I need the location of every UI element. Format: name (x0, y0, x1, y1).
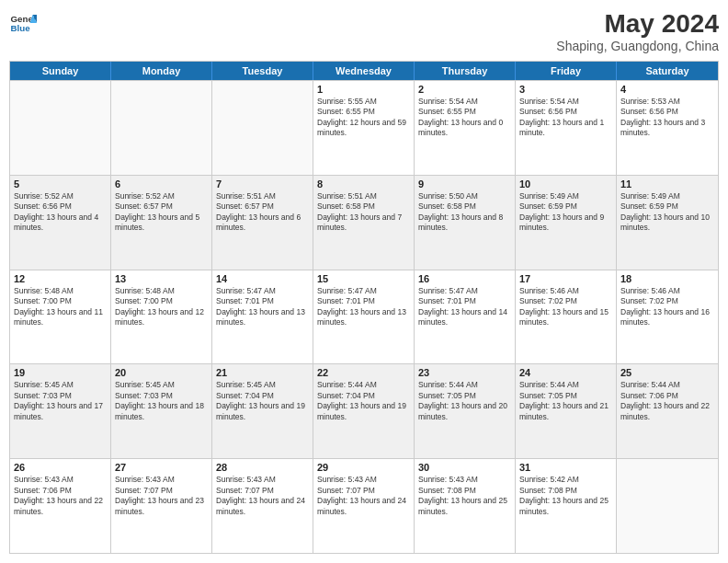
day-cell-17: 17Sunrise: 5:46 AMSunset: 7:02 PMDayligh… (516, 270, 617, 364)
day-cell-18: 18Sunrise: 5:46 AMSunset: 7:02 PMDayligh… (617, 270, 718, 364)
day-cell-7: 7Sunrise: 5:51 AMSunset: 6:57 PMDaylight… (212, 176, 313, 270)
calendar-row-1: 1Sunrise: 5:55 AMSunset: 6:55 PMDaylight… (10, 80, 718, 175)
header-cell-sunday: Sunday (10, 62, 111, 80)
day-cell-24: 24Sunrise: 5:44 AMSunset: 7:05 PMDayligh… (516, 364, 617, 458)
day-info: Sunrise: 5:46 AMSunset: 7:02 PMDaylight:… (620, 286, 714, 328)
header-cell-thursday: Thursday (415, 62, 516, 80)
day-info: Sunrise: 5:47 AMSunset: 7:01 PMDaylight:… (317, 286, 410, 328)
day-cell-16: 16Sunrise: 5:47 AMSunset: 7:01 PMDayligh… (415, 270, 516, 364)
day-number: 31 (519, 462, 612, 473)
logo-icon: General Blue (9, 9, 37, 37)
svg-text:Blue: Blue (11, 23, 31, 33)
day-number: 7 (216, 178, 309, 190)
calendar-row-3: 12Sunrise: 5:48 AMSunset: 7:00 PMDayligh… (10, 270, 718, 364)
header-cell-monday: Monday (111, 62, 212, 80)
day-info: Sunrise: 5:44 AMSunset: 7:05 PMDaylight:… (418, 380, 511, 422)
calendar: SundayMondayTuesdayWednesdayThursdayFrid… (9, 61, 719, 554)
day-info: Sunrise: 5:51 AMSunset: 6:57 PMDaylight:… (216, 191, 309, 234)
day-number: 1 (317, 84, 410, 95)
calendar-header: SundayMondayTuesdayWednesdayThursdayFrid… (10, 62, 718, 80)
day-cell-31: 31Sunrise: 5:42 AMSunset: 7:08 PMDayligh… (516, 459, 617, 553)
calendar-row-5: 26Sunrise: 5:43 AMSunset: 7:06 PMDayligh… (10, 458, 718, 553)
day-info: Sunrise: 5:51 AMSunset: 6:58 PMDaylight:… (317, 191, 410, 234)
day-cell-3: 3Sunrise: 5:54 AMSunset: 6:56 PMDaylight… (516, 81, 617, 175)
day-cell-26: 26Sunrise: 5:43 AMSunset: 7:06 PMDayligh… (10, 459, 111, 553)
day-number: 8 (317, 178, 410, 190)
day-number: 21 (216, 367, 309, 378)
day-number: 14 (216, 273, 309, 284)
day-info: Sunrise: 5:48 AMSunset: 7:00 PMDaylight:… (115, 286, 208, 328)
day-number: 19 (14, 367, 107, 378)
day-number: 28 (216, 462, 309, 473)
day-number: 12 (14, 273, 107, 284)
day-number: 30 (418, 462, 511, 473)
calendar-row-2: 5Sunrise: 5:52 AMSunset: 6:56 PMDaylight… (10, 175, 718, 270)
day-number: 9 (418, 178, 511, 190)
day-number: 16 (418, 273, 511, 284)
day-cell-29: 29Sunrise: 5:43 AMSunset: 7:07 PMDayligh… (313, 459, 415, 553)
header-cell-tuesday: Tuesday (212, 62, 313, 80)
day-number: 17 (519, 273, 612, 284)
day-cell-2: 2Sunrise: 5:54 AMSunset: 6:55 PMDaylight… (415, 81, 516, 175)
day-number: 23 (418, 367, 511, 378)
day-number: 24 (519, 367, 612, 378)
header-cell-friday: Friday (516, 62, 617, 80)
day-cell-10: 10Sunrise: 5:49 AMSunset: 6:59 PMDayligh… (516, 176, 617, 270)
day-cell-12: 12Sunrise: 5:48 AMSunset: 7:00 PMDayligh… (10, 270, 111, 364)
day-info: Sunrise: 5:49 AMSunset: 6:59 PMDaylight:… (620, 191, 714, 234)
day-cell-5: 5Sunrise: 5:52 AMSunset: 6:56 PMDaylight… (10, 176, 111, 270)
day-number: 20 (115, 367, 208, 378)
day-number: 6 (115, 178, 208, 190)
day-cell-30: 30Sunrise: 5:43 AMSunset: 7:08 PMDayligh… (415, 459, 516, 553)
day-cell-25: 25Sunrise: 5:44 AMSunset: 7:06 PMDayligh… (617, 364, 718, 458)
day-number: 29 (317, 462, 410, 473)
day-number: 2 (418, 84, 511, 95)
day-cell-11: 11Sunrise: 5:49 AMSunset: 6:59 PMDayligh… (617, 176, 718, 270)
empty-cell (111, 81, 212, 175)
day-info: Sunrise: 5:44 AMSunset: 7:04 PMDaylight:… (317, 380, 410, 422)
location-title: Shaping, Guangdong, China (556, 39, 719, 53)
day-number: 22 (317, 367, 410, 378)
day-cell-9: 9Sunrise: 5:50 AMSunset: 6:58 PMDaylight… (415, 176, 516, 270)
day-info: Sunrise: 5:55 AMSunset: 6:55 PMDaylight:… (317, 97, 410, 139)
day-info: Sunrise: 5:49 AMSunset: 6:59 PMDaylight:… (519, 191, 612, 234)
day-cell-14: 14Sunrise: 5:47 AMSunset: 7:01 PMDayligh… (212, 270, 313, 364)
day-info: Sunrise: 5:45 AMSunset: 7:04 PMDaylight:… (216, 380, 309, 422)
day-info: Sunrise: 5:45 AMSunset: 7:03 PMDaylight:… (115, 380, 208, 422)
day-cell-13: 13Sunrise: 5:48 AMSunset: 7:00 PMDayligh… (111, 270, 212, 364)
day-info: Sunrise: 5:52 AMSunset: 6:56 PMDaylight:… (14, 191, 107, 234)
day-info: Sunrise: 5:43 AMSunset: 7:07 PMDaylight:… (317, 475, 410, 517)
header-cell-wednesday: Wednesday (313, 62, 415, 80)
day-info: Sunrise: 5:43 AMSunset: 7:07 PMDaylight:… (216, 475, 309, 517)
day-cell-20: 20Sunrise: 5:45 AMSunset: 7:03 PMDayligh… (111, 364, 212, 458)
day-info: Sunrise: 5:47 AMSunset: 7:01 PMDaylight:… (418, 286, 511, 328)
day-info: Sunrise: 5:48 AMSunset: 7:00 PMDaylight:… (14, 286, 107, 328)
day-number: 13 (115, 273, 208, 284)
day-number: 11 (620, 178, 714, 190)
day-info: Sunrise: 5:43 AMSunset: 7:08 PMDaylight:… (418, 475, 511, 517)
day-info: Sunrise: 5:53 AMSunset: 6:56 PMDaylight:… (620, 97, 714, 139)
day-cell-21: 21Sunrise: 5:45 AMSunset: 7:04 PMDayligh… (212, 364, 313, 458)
day-cell-28: 28Sunrise: 5:43 AMSunset: 7:07 PMDayligh… (212, 459, 313, 553)
calendar-row-4: 19Sunrise: 5:45 AMSunset: 7:03 PMDayligh… (10, 363, 718, 458)
day-info: Sunrise: 5:44 AMSunset: 7:05 PMDaylight:… (519, 380, 612, 422)
day-info: Sunrise: 5:50 AMSunset: 6:58 PMDaylight:… (418, 191, 511, 234)
day-cell-27: 27Sunrise: 5:43 AMSunset: 7:07 PMDayligh… (111, 459, 212, 553)
month-year-title: May 2024 (556, 9, 719, 39)
day-number: 10 (519, 178, 612, 190)
day-info: Sunrise: 5:42 AMSunset: 7:08 PMDaylight:… (519, 475, 612, 517)
day-info: Sunrise: 5:52 AMSunset: 6:57 PMDaylight:… (115, 191, 208, 234)
header-cell-saturday: Saturday (617, 62, 718, 80)
day-info: Sunrise: 5:47 AMSunset: 7:01 PMDaylight:… (216, 286, 309, 328)
empty-cell (212, 81, 313, 175)
calendar-body: 1Sunrise: 5:55 AMSunset: 6:55 PMDaylight… (10, 80, 718, 553)
empty-cell (617, 459, 718, 553)
day-info: Sunrise: 5:54 AMSunset: 6:56 PMDaylight:… (519, 97, 612, 139)
day-number: 5 (14, 178, 107, 190)
empty-cell (10, 81, 111, 175)
day-info: Sunrise: 5:43 AMSunset: 7:06 PMDaylight:… (14, 475, 107, 517)
day-info: Sunrise: 5:44 AMSunset: 7:06 PMDaylight:… (620, 380, 714, 422)
day-number: 4 (620, 84, 714, 95)
day-number: 25 (620, 367, 714, 378)
day-cell-1: 1Sunrise: 5:55 AMSunset: 6:55 PMDaylight… (313, 81, 415, 175)
